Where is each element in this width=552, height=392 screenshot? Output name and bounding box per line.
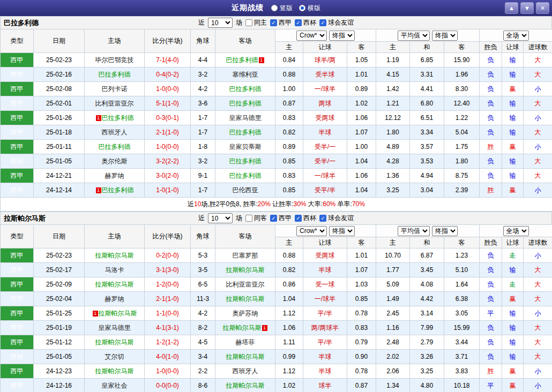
goals-result-cell: 小 bbox=[524, 111, 552, 125]
checkbox-label: 西甲 bbox=[279, 18, 292, 27]
odds-source-select[interactable]: 平均值 bbox=[398, 226, 430, 236]
date-cell: 25-02-08 bbox=[34, 82, 85, 96]
match-result-cell: 负 bbox=[480, 292, 502, 306]
column-header: 客场 bbox=[215, 29, 275, 53]
avg-home-odds-cell: 2.45 bbox=[376, 306, 410, 321]
avg-away-odds-cell: 5.10 bbox=[444, 263, 480, 277]
avg-home-odds-cell: 1.16 bbox=[376, 321, 410, 335]
up-arrow-icon: ▲ bbox=[509, 5, 514, 11]
date-cell: 25-01-18 bbox=[34, 125, 85, 140]
avg-away-odds-cell: 8.75 bbox=[444, 169, 480, 183]
filter-checkbox-西甲[interactable]: ✓西甲 bbox=[270, 214, 292, 223]
odds-source-select[interactable]: Crow* bbox=[296, 31, 327, 41]
handicap-result-cell: 输 bbox=[502, 263, 524, 277]
checkbox-label: 西杯 bbox=[303, 214, 316, 223]
summary-segment: 单率: bbox=[335, 200, 352, 208]
handicap-result-cell: 赢 bbox=[502, 364, 524, 379]
checkbox-label: 球会友谊 bbox=[328, 18, 354, 27]
away-team-cell: 巴拉多利德1 bbox=[215, 53, 275, 67]
goals-result-cell: 大 bbox=[524, 53, 552, 67]
avg-home-odds-cell: 1.77 bbox=[376, 263, 410, 277]
handicap-line-cell: 球半/两 bbox=[303, 53, 347, 67]
up-button[interactable]: ▲ bbox=[505, 2, 518, 14]
view-radio-vertical[interactable]: 竖版 bbox=[271, 4, 293, 13]
league-cell: 西甲 bbox=[1, 364, 34, 379]
games-count-select[interactable]: 10 bbox=[208, 18, 233, 28]
avg-home-odds-cell: 4.28 bbox=[376, 154, 410, 169]
sub-column-header: 和 bbox=[410, 237, 444, 248]
league-cell: 西甲 bbox=[1, 292, 34, 306]
odds-group-header: 全场 bbox=[480, 225, 552, 237]
goals-result-cell: 大 bbox=[524, 154, 552, 169]
handicap-home-odds-cell: 1.12 bbox=[275, 306, 303, 321]
match-row: 西甲24-12-16皇家社会0-0(0-0)8-6拉斯帕尔马斯1.02球半0.8… bbox=[1, 379, 552, 392]
away-team-name: 西班牙人 bbox=[233, 367, 258, 375]
handicap-result-cell: 输 bbox=[502, 53, 524, 67]
sub-column-header: 和 bbox=[410, 42, 444, 53]
down-button[interactable]: ▼ bbox=[520, 2, 534, 14]
filter-checkbox-西杯[interactable]: ✓西杯 bbox=[295, 214, 316, 223]
filter-checkbox-同主[interactable]: 同主 bbox=[245, 18, 267, 27]
match-row: 西甲25-02-08巴列卡诺1-0(0-0)4-2巴拉多利德1.00一/球半0.… bbox=[1, 82, 552, 96]
match-result-cell: 胜 bbox=[480, 140, 502, 154]
summary-segment: 10 bbox=[194, 200, 201, 208]
league-cell: 西甲 bbox=[1, 263, 34, 277]
odds-source-select[interactable]: 全场 bbox=[503, 31, 529, 41]
down-arrow-icon: ▼ bbox=[524, 5, 530, 11]
avg-draw-odds-cell: 3.04 bbox=[410, 183, 444, 198]
odds-source-select[interactable]: 全场 bbox=[503, 226, 529, 236]
away-team-name: 巴塞罗那 bbox=[233, 252, 258, 259]
match-row: 西甲25-02-17马洛卡3-1(3-0)3-5拉斯帕尔马斯0.82半球1.07… bbox=[1, 263, 552, 277]
games-count-select[interactable]: 10 bbox=[208, 213, 233, 223]
odds-source-select[interactable]: 终指 bbox=[432, 31, 458, 41]
filter-checkbox-球会友谊[interactable]: ✓球会友谊 bbox=[319, 18, 354, 27]
home-team-cell: 艾尔切 bbox=[85, 350, 145, 364]
view-radio-horizontal[interactable]: 横版 bbox=[299, 4, 320, 13]
handicap-away-odds-cell: 0.78 bbox=[347, 364, 376, 379]
league-cell: 西甲 bbox=[1, 67, 34, 82]
avg-away-odds-cell: 2.39 bbox=[444, 183, 480, 198]
odds-source-select[interactable]: Crow* bbox=[296, 226, 327, 236]
odds-source-select[interactable]: 终指 bbox=[329, 31, 355, 41]
handicap-line-cell: 半球 bbox=[303, 125, 347, 140]
sub-column-header: 主 bbox=[376, 237, 410, 248]
corners-cell: 3-5 bbox=[191, 263, 215, 277]
league-cell: 西甲 bbox=[1, 321, 34, 335]
league-cell: 西甲 bbox=[1, 248, 34, 263]
date-cell: 24-12-14 bbox=[34, 183, 85, 198]
checkbox-label: 球会友谊 bbox=[328, 214, 354, 223]
away-team-name: 巴伦西亚 bbox=[233, 186, 258, 194]
score-cell: 2-1(1-0) bbox=[145, 292, 191, 306]
filter-checkbox-球会友谊[interactable]: ✓球会友谊 bbox=[319, 214, 354, 223]
filter-checkbox-西杯[interactable]: ✓西杯 bbox=[295, 18, 316, 27]
close-button[interactable]: ✕ bbox=[536, 2, 549, 14]
goals-result-cell: 大 bbox=[524, 292, 552, 306]
odds-source-select[interactable]: 平均值 bbox=[398, 31, 430, 41]
handicap-line-cell: 受一球 bbox=[303, 277, 347, 292]
away-team-cell: 赫塔菲 bbox=[215, 335, 275, 350]
summary-segment: 70% bbox=[352, 200, 365, 208]
avg-away-odds-cell: 3.44 bbox=[444, 335, 480, 350]
sub-column-header: 客 bbox=[347, 237, 376, 248]
odds-source-select[interactable]: 终指 bbox=[329, 226, 355, 236]
filter-checkbox-同客[interactable]: 同客 bbox=[245, 214, 267, 223]
avg-home-odds-cell: 1.49 bbox=[376, 292, 410, 306]
league-cell: 西甲 bbox=[1, 306, 34, 321]
radio-label: 竖版 bbox=[280, 4, 293, 13]
handicap-result-cell: 输 bbox=[502, 335, 524, 350]
odds-group-header: 平均值终指 bbox=[376, 225, 480, 237]
corners-cell: 8-6 bbox=[191, 379, 215, 392]
away-team-cell: 塞维利亚 bbox=[215, 67, 275, 82]
away-team-name: 拉斯帕尔马斯 bbox=[226, 353, 265, 360]
odds-source-select[interactable]: 终指 bbox=[432, 226, 458, 236]
avg-away-odds-cell: 1.80 bbox=[444, 154, 480, 169]
away-team-cell: 巴塞罗那 bbox=[215, 248, 275, 263]
goals-result-cell: 小 bbox=[524, 379, 552, 392]
corners-cell: 6-5 bbox=[191, 277, 215, 292]
summary-segment: 60% bbox=[323, 200, 335, 208]
handicap-away-odds-cell: 0.83 bbox=[347, 321, 376, 335]
filter-bar: 近10场同主✓西甲✓西杯✓球会友谊 bbox=[198, 18, 354, 28]
handicap-result-cell: 输 bbox=[502, 169, 524, 183]
filter-checkbox-西甲[interactable]: ✓西甲 bbox=[270, 18, 292, 27]
away-team-cell: 比利亚雷亚尔 bbox=[215, 277, 275, 292]
